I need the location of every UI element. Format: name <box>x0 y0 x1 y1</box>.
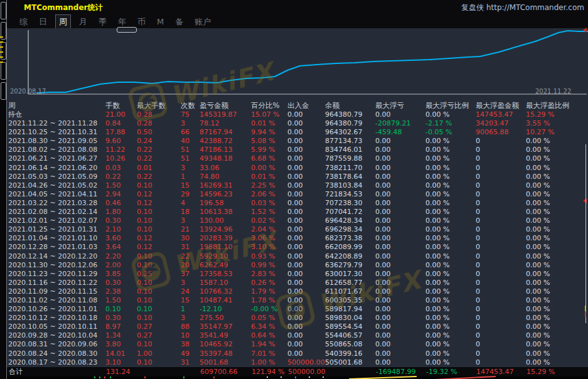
table-row[interactable]: 2020.11.02 ~ 2020.11.081.500.101510487.4… <box>6 296 588 305</box>
table-row[interactable]: 2021.02.01 ~ 2021.02.070.300.103130.000.… <box>6 216 588 225</box>
cell: 15 <box>181 296 200 305</box>
cell: 0.00 % <box>526 358 588 367</box>
cell: 0.50 <box>137 128 181 137</box>
table-row[interactable]: 2021.06.21 ~ 2021.06.2710.260.225149348.… <box>6 154 588 163</box>
rail-button-icon[interactable] <box>1 62 6 80</box>
table-row[interactable]: 2020.11.09 ~ 2020.11.152.380.102410766.3… <box>6 287 588 296</box>
menu-item-季[interactable]: 季 <box>95 15 110 29</box>
totals-row[interactable]: 合计131.24609700.66121.94 %500000.00-16948… <box>6 367 588 376</box>
table-row[interactable]: 2021.06.14 ~ 2021.06.200.030.01333.060.0… <box>6 164 588 173</box>
cell: 707238.30 <box>325 199 375 208</box>
cell: 34203.47 <box>476 119 526 128</box>
table-row[interactable]: 2021.08.30 ~ 2021.09.059.600.244042388.7… <box>6 137 588 146</box>
table-row[interactable]: 2020.10.26 ~ 2020.11.010.100.101-12.10-0… <box>6 305 588 314</box>
menu-item-币[interactable]: 币 <box>134 15 149 29</box>
cell: 87167.94 <box>200 128 251 137</box>
table-row[interactable]: 2020.11.16 ~ 2020.11.220.300.1031587.100… <box>6 279 588 287</box>
cell: 0.10 <box>137 252 181 261</box>
table-row[interactable]: 2021.03.22 ~ 2021.03.280.460.124196.580.… <box>6 199 588 208</box>
cell: 2.04 % <box>251 225 287 234</box>
table-row[interactable]: 2020.08.24 ~ 2020.08.3014.011.004935397.… <box>6 350 588 358</box>
table-row[interactable]: 2021.01.25 ~ 2021.01.312.100.102113924.9… <box>6 225 588 234</box>
cell: 500000.00 <box>287 358 325 367</box>
menu-item-综[interactable]: 综 <box>16 15 31 29</box>
cell: 10613.38 <box>200 208 251 216</box>
rail-marker <box>0 56 3 58</box>
column-header[interactable]: 百分比% <box>251 100 287 110</box>
cell: 持仓 <box>6 110 105 119</box>
right-edge-marker-icon <box>583 28 587 33</box>
table-row[interactable]: 2020.10.12 ~ 2020.10.180.300.103275.500.… <box>6 314 588 323</box>
chart-start-date: 2020.08.17 <box>10 88 46 95</box>
table-row[interactable]: 2021.04.05 ~ 2021.04.112.940.122914596.2… <box>6 190 588 199</box>
table-row[interactable]: 2021.04.26 ~ 2021.05.021.500.101516269.3… <box>6 181 588 190</box>
menu-item-日[interactable]: 日 <box>36 15 50 29</box>
cell: 2021.06.21 ~ 2021.06.27 <box>6 154 105 163</box>
cell: 0 <box>476 216 526 225</box>
cell <box>137 367 181 376</box>
table-row[interactable]: 2021.11.22 ~ 2021.11.280.840.28378.120.0… <box>6 119 588 128</box>
cell: 0 <box>476 181 526 190</box>
column-header[interactable]: 最大浮亏比例 <box>425 100 476 110</box>
cell: 0.00 % <box>425 110 476 119</box>
menu-item-备[interactable]: 备 <box>172 15 186 29</box>
column-header[interactable]: 周 <box>6 100 105 110</box>
table-row[interactable]: 2021.02.08 ~ 2021.02.141.800.101810613.3… <box>6 208 588 216</box>
cell: 636279.79 <box>325 261 375 270</box>
cell: 0.99 % <box>251 261 287 270</box>
cell: 682373.38 <box>325 234 375 243</box>
table-row[interactable]: 2021.08.02 ~ 2021.08.0811.220.225147186.… <box>6 146 588 154</box>
rail-marker <box>0 46 3 48</box>
cell: 2021.10.25 ~ 2021.10.31 <box>6 128 105 137</box>
cell: 2.10 <box>105 225 137 234</box>
cell: 2020.08.17 ~ 2020.08.23 <box>6 358 105 367</box>
table-row[interactable]: 持仓21.000.2875145319.8715.07 %0.00964380.… <box>6 110 588 119</box>
menu-item-周[interactable]: 周 <box>55 14 71 29</box>
table-row[interactable]: 2021.01.04 ~ 2021.01.103.600.123020283.3… <box>6 234 588 243</box>
menu-item-月[interactable]: 月 <box>76 15 90 29</box>
menu-item-M[interactable]: M <box>154 16 167 28</box>
cell: 0.00 % <box>425 252 476 261</box>
right-edge-marker-icon <box>583 198 587 203</box>
menu-item-账户[interactable]: 账户 <box>191 15 214 29</box>
cell: 0 <box>476 164 526 173</box>
cell: 38 <box>181 340 200 349</box>
table-row[interactable]: 2021.05.03 ~ 2021.05.090.220.22174.800.0… <box>6 173 588 181</box>
table-row[interactable]: 2020.11.30 ~ 2020.12.062.000.10206262.49… <box>6 261 588 270</box>
cell: 90065.88 <box>476 128 526 137</box>
cell: 0.10 <box>137 261 181 270</box>
cell: 121.94 % <box>252 367 288 376</box>
column-header[interactable]: 最大浮亏 <box>375 100 425 110</box>
cell: 42388.72 <box>200 137 251 146</box>
table-row[interactable]: 2020.09.28 ~ 2020.10.041.340.27103541.49… <box>6 331 588 340</box>
column-header[interactable]: 最大浮盈比例 <box>526 100 588 110</box>
column-header[interactable]: 手数 <box>105 100 137 110</box>
column-header[interactable]: 最大手数 <box>137 100 181 110</box>
cell: 0 <box>476 279 526 287</box>
table-row[interactable]: 2021.10.25 ~ 2021.10.3117.880.506687167.… <box>6 128 588 137</box>
cell: 0 <box>476 358 526 367</box>
table-row[interactable]: 2020.12.28 ~ 2021.01.033.640.123119881.1… <box>6 243 588 252</box>
rail-button-icon[interactable] <box>1 2 6 19</box>
column-header[interactable]: 余额 <box>325 100 375 110</box>
brand-link[interactable]: 复盘侠 http://MTCommander.com <box>461 3 584 13</box>
cell: 0.22 <box>137 173 181 181</box>
column-header[interactable]: 出入金 <box>287 100 325 110</box>
table-row[interactable]: 2020.10.05 ~ 2020.10.118.970.278835147.9… <box>6 323 588 331</box>
table-row[interactable]: 2020.08.31 ~ 2020.09.063.800.103810465.9… <box>6 340 588 349</box>
cell: 2.25 % <box>251 181 287 190</box>
cell: 2021.03.22 ~ 2021.03.28 <box>6 199 105 208</box>
table-row[interactable]: 2020.08.17 ~ 2020.08.233.100.10315001.68… <box>6 358 588 367</box>
cell: 0.00 % <box>425 137 476 146</box>
table-row[interactable]: 2020.12.14 ~ 2020.12.202.200.10225929.10… <box>6 252 588 261</box>
cell: 0.00 <box>287 216 325 225</box>
table-row[interactable]: 2020.11.23 ~ 2020.11.293.850.253717358.5… <box>6 270 588 279</box>
rail-button-icon[interactable] <box>1 82 6 100</box>
cell: 0.00 % <box>526 243 588 252</box>
cell: 0.00 % <box>425 323 476 331</box>
column-header[interactable]: 最大浮盈金额 <box>476 100 526 110</box>
column-header[interactable]: 盈亏金额 <box>200 100 251 110</box>
column-header[interactable]: 次数 <box>181 100 200 110</box>
cell: 14596.23 <box>200 190 251 199</box>
scrollbar[interactable] <box>585 144 586 323</box>
